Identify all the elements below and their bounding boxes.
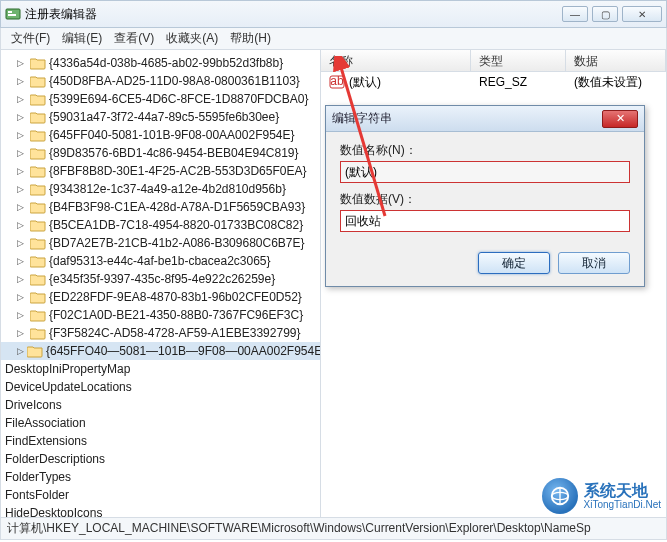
tree-item-label: {59031a47-3f72-44a7-89c5-5595fe6b30ee} (49, 110, 279, 124)
folder-icon (30, 110, 46, 124)
expand-icon[interactable]: ▷ (17, 58, 27, 68)
tree-item-label: {645FF040-5081-101B-9F08-00AA002F954E} (49, 128, 295, 142)
expand-icon[interactable]: ▷ (17, 112, 27, 122)
folder-icon (30, 236, 46, 250)
tree-item[interactable]: ▷{89D83576-6BD1-4c86-9454-BEB04E94C819} (1, 144, 320, 162)
tree-item-label: {9343812e-1c37-4a49-a12e-4b2d810d956b} (49, 182, 286, 196)
folder-icon (30, 290, 46, 304)
expand-icon[interactable]: ▷ (17, 166, 27, 176)
menu-favorites[interactable]: 收藏夹(A) (160, 28, 224, 49)
expand-icon[interactable]: ▷ (17, 76, 27, 86)
tree-item[interactable]: ▷{B5CEA1DB-7C18-4954-8820-01733BC08C82} (1, 216, 320, 234)
cancel-button[interactable]: 取消 (558, 252, 630, 274)
col-type[interactable]: 类型 (471, 50, 566, 71)
tree-item[interactable]: FileAssociation (1, 414, 320, 432)
expand-icon[interactable]: ▷ (17, 310, 27, 320)
tree-item-label: DeviceUpdateLocations (5, 380, 132, 394)
tree-item-label: {645FFO40—5081—101B—9F08—00AA002F954E} (46, 344, 321, 358)
tree-item-label: {ED228FDF-9EA8-4870-83b1-96b02CFE0D52} (49, 290, 302, 304)
tree-item-label: {F3F5824C-AD58-4728-AF59-A1EBE3392799} (49, 326, 301, 340)
tree-item[interactable]: FolderTypes (1, 468, 320, 486)
folder-icon (30, 128, 46, 142)
tree-item[interactable]: FolderDescriptions (1, 450, 320, 468)
folder-icon (30, 254, 46, 268)
tree-item[interactable]: ▷{645FFO40—5081—101B—9F08—00AA002F954E} (1, 342, 320, 360)
value-data: (数值未设置) (566, 74, 666, 91)
dialog-footer: 确定 取消 (326, 244, 644, 286)
tree-item-label: FindExtensions (5, 434, 87, 448)
col-name[interactable]: 名称 (321, 50, 471, 71)
tree-item[interactable]: ▷{F02C1A0D-BE21-4350-88B0-7367FC96EF3C} (1, 306, 320, 324)
folder-icon (30, 218, 46, 232)
expand-icon[interactable]: ▷ (17, 184, 27, 194)
tree-item[interactable]: ▷{8FBF8B8D-30E1-4F25-AC2B-553D3D65F0EA} (1, 162, 320, 180)
menu-help[interactable]: 帮助(H) (224, 28, 277, 49)
tree-item-label: {5399E694-6CE5-4D6C-8FCE-1D8870FDCBA0} (49, 92, 308, 106)
expand-icon[interactable]: ▷ (17, 292, 27, 302)
folder-icon (30, 92, 46, 106)
dialog-title-bar[interactable]: 编辑字符串 ✕ (326, 106, 644, 132)
tree-item[interactable]: DeviceUpdateLocations (1, 378, 320, 396)
tree-item[interactable]: ▷{645FF040-5081-101B-9F08-00AA002F954E} (1, 126, 320, 144)
tree-item[interactable]: FindExtensions (1, 432, 320, 450)
folder-icon (30, 164, 46, 178)
menu-file[interactable]: 文件(F) (5, 28, 56, 49)
expand-icon[interactable]: ▷ (17, 238, 27, 248)
tree-item[interactable]: ▷{B4FB3F98-C1EA-428d-A78A-D1F5659CBA93} (1, 198, 320, 216)
tree-item[interactable]: ▷{F3F5824C-AD58-4728-AF59-A1EBE3392799} (1, 324, 320, 342)
expand-icon[interactable]: ▷ (17, 148, 27, 158)
svg-rect-1 (8, 11, 12, 13)
tree-item-label: FolderDescriptions (5, 452, 105, 466)
value-data-input[interactable] (340, 210, 630, 232)
expand-icon[interactable]: ▷ (17, 94, 27, 104)
minimize-button[interactable]: — (562, 6, 588, 22)
ok-button[interactable]: 确定 (478, 252, 550, 274)
tree-item[interactable]: ▷{9343812e-1c37-4a49-a12e-4b2d810d956b} (1, 180, 320, 198)
tree-item[interactable]: DesktopIniPropertyMap (1, 360, 320, 378)
tree-item-label: {450D8FBA-AD25-11D0-98A8-0800361B1103} (49, 74, 300, 88)
col-data[interactable]: 数据 (566, 50, 666, 71)
dialog-title: 编辑字符串 (332, 110, 602, 127)
expand-icon[interactable]: ▷ (17, 328, 27, 338)
registry-tree[interactable]: ▷{4336a54d-038b-4685-ab02-99bb52d3fb8b}▷… (1, 50, 321, 517)
tree-item[interactable]: ▷{e345f35f-9397-435c-8f95-4e922c26259e} (1, 270, 320, 288)
tree-item[interactable]: ▷{ED228FDF-9EA8-4870-83b1-96b02CFE0D52} (1, 288, 320, 306)
dialog-close-button[interactable]: ✕ (602, 110, 638, 128)
expand-icon[interactable]: ▷ (17, 346, 24, 356)
tree-item-label: {BD7A2E7B-21CB-41b2-A086-B309680C6B7E} (49, 236, 305, 250)
expand-icon[interactable]: ▷ (17, 130, 27, 140)
tree-item[interactable]: DriveIcons (1, 396, 320, 414)
expand-icon[interactable]: ▷ (17, 220, 27, 230)
maximize-button[interactable]: ▢ (592, 6, 618, 22)
tree-item[interactable]: ▷{450D8FBA-AD25-11D0-98A8-0800361B1103} (1, 72, 320, 90)
menu-edit[interactable]: 编辑(E) (56, 28, 108, 49)
tree-item[interactable]: ▷{4336a54d-038b-4685-ab02-99bb52d3fb8b} (1, 54, 320, 72)
tree-item-label: {B4FB3F98-C1EA-428d-A78A-D1F5659CBA93} (49, 200, 305, 214)
folder-icon (30, 326, 46, 340)
app-icon (5, 6, 21, 22)
tree-item[interactable]: ▷{5399E694-6CE5-4D6C-8FCE-1D8870FDCBA0} (1, 90, 320, 108)
folder-icon (30, 308, 46, 322)
tree-item[interactable]: ▷{59031a47-3f72-44a7-89c5-5595fe6b30ee} (1, 108, 320, 126)
close-button[interactable]: ✕ (622, 6, 662, 22)
expand-icon[interactable]: ▷ (17, 274, 27, 284)
title-bar: 注册表编辑器 — ▢ ✕ (0, 0, 667, 28)
value-name-input[interactable] (340, 161, 630, 183)
tree-item-label: {8FBF8B8D-30E1-4F25-AC2B-553D3D65F0EA} (49, 164, 306, 178)
tree-item[interactable]: ▷{BD7A2E7B-21CB-41b2-A086-B309680C6B7E} (1, 234, 320, 252)
window-title: 注册表编辑器 (25, 6, 562, 23)
expand-icon[interactable]: ▷ (17, 202, 27, 212)
watermark-logo-icon (542, 478, 578, 514)
tree-item[interactable]: HideDesktopIcons (1, 504, 320, 517)
menu-bar: 文件(F) 编辑(E) 查看(V) 收藏夹(A) 帮助(H) (0, 28, 667, 50)
folder-icon (27, 344, 43, 358)
expand-icon[interactable]: ▷ (17, 256, 27, 266)
tree-item[interactable]: FontsFolder (1, 486, 320, 504)
list-row[interactable]: ab(默认)REG_SZ(数值未设置) (321, 72, 666, 92)
tree-item-label: {89D83576-6BD1-4c86-9454-BEB04E94C819} (49, 146, 299, 160)
tree-item-label: DriveIcons (5, 398, 62, 412)
folder-icon (30, 200, 46, 214)
tree-item[interactable]: ▷{daf95313-e44c-4af-be1b-cbacea2c3065} (1, 252, 320, 270)
tree-item-label: FileAssociation (5, 416, 86, 430)
menu-view[interactable]: 查看(V) (108, 28, 160, 49)
